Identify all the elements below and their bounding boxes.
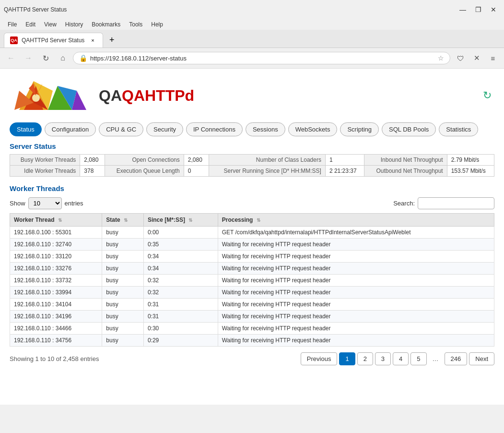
cell-since: 0:34 [143, 263, 218, 275]
tab-cpu-gc[interactable]: CPU & GC [99, 122, 143, 136]
col-processing[interactable]: Processing ⇅ [218, 214, 494, 227]
page-ellipsis: … [429, 353, 443, 365]
back-button[interactable]: ← [4, 51, 18, 65]
star-icon: ☆ [438, 54, 444, 62]
page-last-button[interactable]: 246 [445, 352, 468, 365]
menu-item-file[interactable]: File [4, 20, 21, 29]
extensions-button[interactable]: ✕ [469, 51, 484, 65]
menu-item-history[interactable]: History [61, 20, 87, 29]
table-row: 192.168.0.110 : 33994 busy 0:32 Waiting … [10, 287, 494, 299]
title-bar-left: QAHTTPd Server Status [4, 6, 67, 13]
reload-button[interactable]: ↻ [38, 51, 53, 65]
cell-state: busy [102, 275, 144, 287]
tab-ip-connections[interactable]: IP Connections [186, 122, 243, 136]
busy-worker-label: Busy Worker Threads [10, 155, 80, 166]
window-chrome: QAHTTPd Server Status — ❐ ✕ FileEditView… [0, 0, 504, 30]
table-row: 192.168.0.100 : 55301 busy 0:00 GET /com… [10, 227, 494, 239]
previous-button[interactable]: Previous [301, 352, 338, 365]
idle-worker-label: Idle Worker Threads [10, 166, 80, 177]
menu-item-tools[interactable]: Tools [125, 20, 146, 29]
cell-state: busy [102, 311, 144, 323]
table-row: 192.168.0.110 : 32740 busy 0:35 Waiting … [10, 239, 494, 251]
tab-configuration[interactable]: Configuration [45, 122, 96, 136]
class-loaders-value: 1 [325, 155, 364, 166]
cell-state: busy [102, 227, 144, 239]
page-refresh-button[interactable]: ↻ [480, 88, 494, 103]
page-4-button[interactable]: 4 [393, 352, 409, 365]
table-row: 192.168.0.110 : 33732 busy 0:32 Waiting … [10, 275, 494, 287]
show-select[interactable]: 10 25 50 100 [28, 197, 62, 209]
cell-thread: 192.168.0.110 : 33732 [10, 275, 102, 287]
tab-websockets[interactable]: WebSockets [288, 122, 338, 136]
tab-close-button[interactable]: × [88, 36, 97, 45]
cell-since: 0:32 [143, 275, 218, 287]
outbound-value: 153.57 Mbit/s [447, 166, 494, 177]
page-3-button[interactable]: 3 [375, 352, 391, 365]
maximize-button[interactable]: ❐ [471, 3, 485, 16]
menu-item-view[interactable]: View [40, 20, 60, 29]
outbound-label: Outbound Net Throughput [364, 166, 447, 177]
svg-point-8 [32, 94, 40, 102]
sort-icon-state: ⇅ [124, 217, 128, 223]
cell-state: busy [102, 299, 144, 311]
table-header-row: Worker Thread ⇅ State ⇅ Since [M*:SS] ⇅ … [10, 214, 494, 227]
tab-sql-db-pools[interactable]: SQL DB Pools [382, 122, 436, 136]
nav-tabs: Status Configuration CPU & GC Security I… [10, 122, 494, 136]
close-button[interactable]: ✕ [487, 3, 500, 16]
running-since-label: Server Running Since [D* HH:MM:SS] [209, 166, 325, 177]
col-since[interactable]: Since [M*:SS] ⇅ [143, 214, 218, 227]
shield-button[interactable]: 🛡 [453, 51, 468, 65]
lock-icon: 🔒 [79, 54, 87, 62]
browser-content: QAQAHTTPd ↻ Status Configuration CPU & G… [0, 69, 504, 405]
idle-worker-value: 378 [80, 166, 105, 177]
forward-button[interactable]: → [21, 51, 35, 65]
cell-thread: 192.168.0.110 : 34196 [10, 311, 102, 323]
cell-thread: 192.168.0.100 : 55301 [10, 227, 102, 239]
minimize-button[interactable]: — [456, 3, 469, 16]
worker-threads-title: Worker Threads [10, 184, 494, 192]
page-1-button[interactable]: 1 [339, 352, 355, 365]
stats-row-2: Idle Worker Threads 378 Execution Queue … [10, 166, 494, 177]
cell-state: busy [102, 263, 144, 275]
cell-processing: Waiting for receiving HTTP request heade… [218, 323, 494, 335]
tab-status[interactable]: Status [10, 122, 42, 136]
new-tab-button[interactable]: + [105, 34, 118, 47]
tab-sessions[interactable]: Sessions [246, 122, 285, 136]
running-since-value: 2 21:23:37 [325, 166, 364, 177]
tab-title: QAHTTPd Server Status [22, 37, 84, 44]
address-bar[interactable]: 🔒 https://192.168.0.112/server-status ☆ [73, 52, 450, 64]
server-stats-table: Busy Worker Threads 2,080 Open Connectio… [10, 154, 494, 177]
cell-since: 0:00 [143, 227, 218, 239]
cell-since: 0:35 [143, 239, 218, 251]
app-title: QAHTTPd Server Status [4, 6, 67, 13]
cell-state: busy [102, 251, 144, 263]
table-row: 192.168.0.110 : 34196 busy 0:31 Waiting … [10, 311, 494, 323]
tab-scripting[interactable]: Scripting [340, 122, 379, 136]
page-5-button[interactable]: 5 [410, 352, 426, 365]
tab-statistics[interactable]: Statistics [439, 122, 478, 136]
tab-bar: QA QAHTTPd Server Status × + [0, 30, 504, 48]
tab-security[interactable]: Security [146, 122, 183, 136]
search-input[interactable] [418, 197, 494, 209]
inbound-label: Inbound Net Throughput [364, 155, 447, 166]
cell-thread: 192.168.0.110 : 34756 [10, 335, 102, 347]
pagination: Previous 1 2 3 4 5 … 246 Next [301, 352, 494, 365]
show-entries: Show 10 25 50 100 entries [10, 197, 83, 209]
cell-processing: GET /com/dkfqa/qahttpd/internalapi/HTTPd… [218, 227, 494, 239]
cell-thread: 192.168.0.110 : 33994 [10, 287, 102, 299]
cell-state: busy [102, 335, 144, 347]
open-connections-label: Open Connections [105, 155, 184, 166]
home-button[interactable]: ⌂ [56, 51, 70, 65]
brand-name: QAQAHTTPd [99, 87, 194, 105]
menu-item-bookmarks[interactable]: Bookmarks [88, 20, 124, 29]
col-worker-thread[interactable]: Worker Thread ⇅ [10, 214, 102, 227]
title-bar: QAHTTPd Server Status — ❐ ✕ [0, 0, 504, 19]
menu-button[interactable]: ≡ [486, 51, 500, 65]
menu-item-edit[interactable]: Edit [22, 20, 39, 29]
table-row: 192.168.0.110 : 34756 busy 0:29 Waiting … [10, 335, 494, 347]
page-2-button[interactable]: 2 [357, 352, 373, 365]
menu-item-help[interactable]: Help [147, 20, 167, 29]
next-button[interactable]: Next [469, 352, 494, 365]
col-state[interactable]: State ⇅ [102, 214, 144, 227]
browser-tab[interactable]: QA QAHTTPd Server Status × [4, 33, 103, 48]
